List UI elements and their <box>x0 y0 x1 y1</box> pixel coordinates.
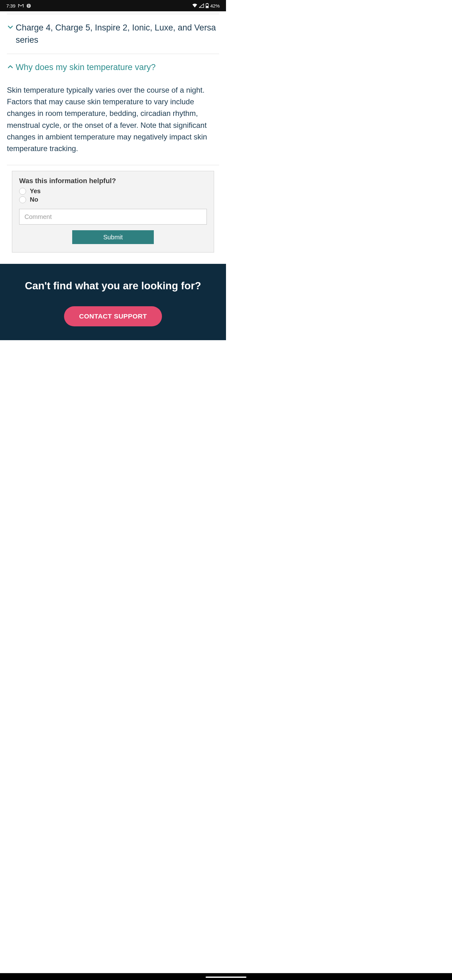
chevron-up-icon <box>7 64 16 72</box>
radio-label: No <box>30 196 38 203</box>
radio-icon <box>19 196 26 203</box>
radio-yes[interactable]: Yes <box>19 188 207 195</box>
wifi-icon <box>192 3 197 8</box>
accordion-title: Charge 4, Charge 5, Inspire 2, Ionic, Lu… <box>16 22 219 46</box>
divider <box>7 165 219 165</box>
status-right: 42% <box>192 3 220 8</box>
accordion-item-devices[interactable]: Charge 4, Charge 5, Inspire 2, Ionic, Lu… <box>7 14 219 54</box>
comment-input[interactable] <box>19 209 207 224</box>
contact-support-button[interactable]: CONTACT SUPPORT <box>64 306 162 326</box>
battery-icon <box>206 3 209 8</box>
status-bar: 7:39 42% <box>0 0 226 11</box>
radio-icon <box>19 188 26 195</box>
radio-label: Yes <box>30 188 41 195</box>
app-icon <box>26 3 31 8</box>
main-content: Charge 4, Charge 5, Inspire 2, Ionic, Lu… <box>0 14 226 253</box>
status-time: 7:39 <box>6 3 15 8</box>
submit-button[interactable]: Submit <box>72 230 154 244</box>
accordion-title: Why does my skin temperature vary? <box>16 62 156 73</box>
radio-no[interactable]: No <box>19 196 207 203</box>
accordion-item-skin-temp[interactable]: Why does my skin temperature vary? <box>7 54 219 81</box>
feedback-title: Was this information helpful? <box>19 177 207 185</box>
gmail-icon <box>18 4 24 8</box>
feedback-box: Was this information helpful? Yes No Sub… <box>12 171 214 253</box>
status-left: 7:39 <box>6 3 31 8</box>
accordion-body: Skin temperature typically varies over t… <box>7 81 219 165</box>
cell-signal-icon <box>199 3 204 8</box>
svg-rect-2 <box>206 3 208 4</box>
svg-rect-3 <box>206 6 208 8</box>
chevron-down-icon <box>7 24 16 32</box>
battery-percent: 42% <box>210 3 220 8</box>
footer: Can't find what you are looking for? CON… <box>0 264 226 340</box>
footer-title: Can't find what you are looking for? <box>10 279 217 293</box>
